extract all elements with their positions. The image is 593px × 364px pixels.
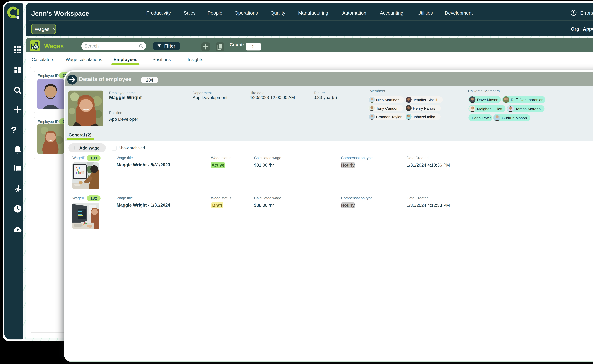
svg-text:$: $ [35, 45, 37, 50]
